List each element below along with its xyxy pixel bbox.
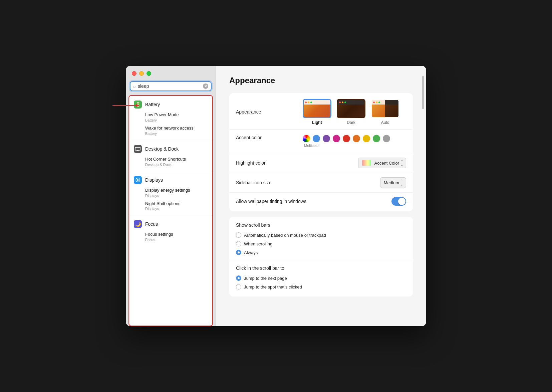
main-window: ⌕ ✕ 🔋 Battery Low Power Mode xyxy=(126,66,426,326)
highlight-color-value: Accent Color xyxy=(374,161,399,166)
svg-point-5 xyxy=(137,179,139,181)
show-scroll-bars-title: Show scroll bars xyxy=(236,222,406,228)
main-scrollbar-thumb[interactable] xyxy=(422,76,424,109)
thumb-dot-yellow-dark xyxy=(342,102,343,103)
accent-color-multicolor[interactable] xyxy=(303,135,310,142)
click-jump-page-radio[interactable] xyxy=(236,275,241,281)
click-jump-spot-option[interactable]: Jump to the spot that's clicked xyxy=(236,283,406,291)
click-scroll-bar-title: Click in the scroll bar to xyxy=(236,265,406,271)
minimize-button[interactable] xyxy=(139,71,144,76)
sub-item-low-power[interactable]: Low Power Mode Battery xyxy=(129,111,212,124)
sub-item-hot-corner[interactable]: Hot Corner Shortcuts Desktop & Dock xyxy=(129,155,212,168)
sub-item-low-power-parent: Battery xyxy=(145,118,208,122)
click-jump-spot-label: Jump to the spot that's clicked xyxy=(244,284,302,289)
sub-item-hot-corner-title: Hot Corner Shortcuts xyxy=(145,157,208,162)
appearance-row: Appearance xyxy=(229,94,413,130)
accent-color-red[interactable] xyxy=(343,135,350,142)
appearance-thumb-light xyxy=(303,99,331,118)
search-clear-button[interactable]: ✕ xyxy=(203,83,208,89)
sidebar-icon-size-row: Sidebar icon size Medium ⌃⌄ xyxy=(229,173,413,193)
appearance-option-light[interactable]: Light xyxy=(303,99,331,125)
appearance-option-auto[interactable]: Auto xyxy=(371,99,399,125)
click-jump-page-option[interactable]: Jump to the next page xyxy=(236,274,406,282)
displays-icon xyxy=(134,176,142,184)
auto-dot-yellow xyxy=(376,102,377,103)
appearance-label-dark: Dark xyxy=(347,120,355,125)
sub-item-display-energy-parent: Displays xyxy=(145,194,208,198)
color-dots-row xyxy=(303,135,390,142)
accent-color-orange[interactable] xyxy=(353,135,360,142)
thumb-dot-red-dark xyxy=(339,102,341,103)
appearance-card: Appearance xyxy=(229,93,413,211)
search-results-list: 🔋 Battery Low Power Mode Battery Wake fo… xyxy=(128,95,213,326)
search-input[interactable] xyxy=(138,83,201,89)
toggle-knob xyxy=(398,198,405,205)
highlight-color-label: Highlight color xyxy=(236,160,303,166)
scroll-always-radio[interactable] xyxy=(236,250,241,255)
result-section-battery: 🔋 Battery Low Power Mode Battery Wake fo… xyxy=(129,96,212,140)
sidebar-icon-size-select[interactable]: Medium ⌃⌄ xyxy=(380,177,406,188)
arrow-indicator xyxy=(112,105,139,106)
appearance-options: Light Dark xyxy=(303,99,399,125)
appearance-option-dark[interactable]: Dark xyxy=(337,99,365,125)
appearance-label-light: Light xyxy=(312,120,322,125)
maximize-button[interactable] xyxy=(147,71,151,76)
result-section-displays: Displays Display energy settings Display… xyxy=(129,171,212,215)
sub-item-focus-settings[interactable]: Focus settings Focus xyxy=(129,230,212,243)
sub-item-focus-settings-parent: Focus xyxy=(145,238,208,242)
accent-color-pink[interactable] xyxy=(333,135,340,142)
accent-color-graphite[interactable] xyxy=(383,135,390,142)
scroll-bars-card: Show scroll bars Automatically based on … xyxy=(229,217,413,297)
accent-color-purple[interactable] xyxy=(323,135,330,142)
sub-item-wake-network-title: Wake for network access xyxy=(145,126,208,131)
focus-label: Focus xyxy=(145,221,158,227)
sub-item-night-shift-parent: Displays xyxy=(145,207,208,211)
sidebar-item-battery[interactable]: 🔋 Battery xyxy=(129,99,212,111)
wallpaper-tinting-toggle[interactable] xyxy=(391,197,406,206)
highlight-color-select[interactable]: Accent Color ⌃⌄ xyxy=(358,158,406,168)
main-scrollbar-track xyxy=(422,76,424,323)
search-box[interactable]: ⌕ ✕ xyxy=(130,81,212,91)
click-jump-page-label: Jump to the next page xyxy=(244,276,287,281)
sub-item-wake-network[interactable]: Wake for network access Battery xyxy=(129,124,212,137)
scroll-auto-label: Automatically based on mouse or trackpad xyxy=(244,233,326,238)
scroll-scrolling-option[interactable]: When scrolling xyxy=(236,240,406,248)
sub-item-display-energy-title: Display energy settings xyxy=(145,188,208,193)
sub-item-night-shift-title: Night Shift options xyxy=(145,201,208,207)
wallpaper-tinting-row: Allow wallpaper tinting in windows xyxy=(229,193,413,210)
sidebar-item-focus[interactable]: 🌙 Focus xyxy=(129,218,212,230)
sidebar-item-desktop[interactable]: Desktop & Dock xyxy=(129,143,212,155)
close-button[interactable] xyxy=(132,71,136,76)
thumb-dot-red xyxy=(305,102,307,103)
accent-color-blue[interactable] xyxy=(313,135,320,142)
sub-item-low-power-title: Low Power Mode xyxy=(145,112,208,118)
sub-item-focus-settings-title: Focus settings xyxy=(145,232,208,237)
main-content: Appearance Appearance xyxy=(216,66,426,326)
accent-color-row: Accent color xyxy=(229,130,413,153)
show-scroll-bars-row: Show scroll bars Automatically based on … xyxy=(229,218,413,261)
traffic-lights xyxy=(126,71,216,81)
sidebar-size-chevron: ⌃⌄ xyxy=(400,179,403,186)
sub-item-wake-network-parent: Battery xyxy=(145,132,208,136)
sub-item-night-shift[interactable]: Night Shift options Displays xyxy=(129,199,212,213)
scroll-auto-option[interactable]: Automatically based on mouse or trackpad xyxy=(236,231,406,239)
page-title: Appearance xyxy=(229,76,413,85)
appearance-control: Light Dark xyxy=(303,99,406,125)
sidebar-icon-size-value: Medium xyxy=(384,180,399,185)
scroll-always-option[interactable]: Always xyxy=(236,248,406,256)
scroll-scrolling-radio[interactable] xyxy=(236,241,241,246)
auto-dot-red xyxy=(373,102,375,103)
displays-label: Displays xyxy=(145,177,163,183)
sub-item-display-energy[interactable]: Display energy settings Displays xyxy=(129,186,212,199)
appearance-label: Appearance xyxy=(236,109,303,115)
click-jump-spot-radio[interactable] xyxy=(236,284,241,289)
desktop-label: Desktop & Dock xyxy=(145,146,179,152)
arrow-line xyxy=(112,105,139,106)
sidebar-item-displays[interactable]: Displays xyxy=(129,174,212,186)
accent-color-yellow[interactable] xyxy=(363,135,370,142)
scroll-auto-radio[interactable] xyxy=(236,232,241,238)
wallpaper-tinting-label: Allow wallpaper tinting in windows xyxy=(236,199,391,204)
sidebar-icon-size-label: Sidebar icon size xyxy=(236,180,303,185)
svg-rect-1 xyxy=(135,147,141,148)
accent-color-green[interactable] xyxy=(373,135,380,142)
